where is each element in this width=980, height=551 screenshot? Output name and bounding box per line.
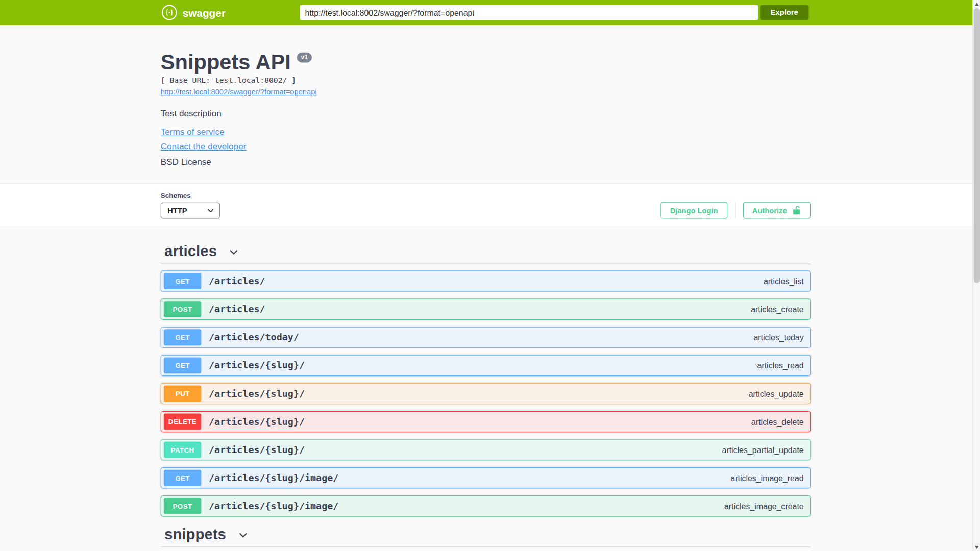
operation-articles_partial_update[interactable]: PATCH /articles/{slug}/ articles_partial… — [161, 439, 811, 461]
operation-articles_delete[interactable]: DELETE /articles/{slug}/ articles_delete — [161, 411, 811, 433]
terms-of-service-link[interactable]: Terms of service — [161, 127, 225, 137]
method-badge: GET — [164, 273, 201, 289]
license-text: BSD License — [161, 157, 811, 167]
chevron-down-icon — [208, 209, 214, 212]
method-badge: POST — [164, 498, 201, 514]
scrollbar-up-arrow[interactable] — [973, 0, 980, 8]
schemes-label: Schemes — [161, 192, 220, 199]
base-url: [ Base URL: test.local:8002/ ] — [161, 76, 811, 84]
spec-url-input[interactable] — [300, 5, 758, 20]
explore-button[interactable]: Explore — [760, 5, 809, 20]
operations-group: GET /articles/ articles_list POST /artic… — [161, 264, 811, 517]
operation-articles_image_create[interactable]: POST /articles/{slug}/image/ articles_im… — [161, 495, 811, 517]
brand-title: swagger — [183, 8, 226, 20]
method-badge: PATCH — [164, 442, 201, 458]
operations-list: articles GET /articles/ articles_list PO… — [161, 242, 811, 551]
operation-id: articles_update — [749, 389, 804, 398]
operations-group: GET /snippets/ snippets_list — [161, 547, 811, 551]
section-header-articles[interactable]: articles — [161, 242, 811, 264]
authorize-button[interactable]: Authorize — [743, 202, 811, 219]
method-badge: GET — [164, 329, 201, 345]
operation-id: articles_image_read — [730, 473, 803, 483]
operation-id: articles_list — [764, 277, 804, 286]
operation-path: /articles/{slug}/image/ — [209, 500, 338, 512]
contact-developer-link[interactable]: Contact the developer — [161, 141, 247, 152]
schemes-block: Schemes HTTP — [161, 192, 220, 219]
operation-path: /articles/{slug}/ — [209, 388, 305, 399]
operation-articles_read[interactable]: GET /articles/{slug}/ articles_read — [161, 355, 811, 377]
django-login-label: Django Login — [670, 206, 718, 214]
operation-articles_today[interactable]: GET /articles/today/ articles_today — [161, 327, 811, 348]
swagger-logo-icon — [161, 5, 178, 23]
chevron-down-icon[interactable] — [237, 530, 249, 541]
operation-id: articles_today — [753, 333, 803, 342]
api-section: articles GET /articles/ articles_list PO… — [161, 242, 811, 517]
scheme-select[interactable]: HTTP — [161, 203, 220, 219]
topbar: swagger Explore — [0, 0, 980, 25]
authorize-label: Authorize — [752, 206, 787, 214]
operation-path: /articles/{slug}/ — [209, 416, 305, 428]
operation-id: articles_create — [751, 305, 804, 314]
scheme-container: Schemes HTTP Django Login Authorize — [0, 183, 980, 226]
chevron-down-icon[interactable] — [228, 247, 239, 258]
operation-id: articles_read — [757, 361, 804, 370]
operation-path: /articles/{slug}/ — [209, 360, 305, 371]
divider — [735, 202, 736, 219]
api-title-text: Snippets API — [161, 51, 291, 72]
operation-id: articles_partial_update — [722, 445, 804, 454]
spec-link[interactable]: http://test.local:8002/swagger/?format=o… — [161, 87, 317, 96]
method-badge: DELETE — [164, 414, 201, 430]
section-title: articles — [164, 242, 217, 260]
operation-id: articles_delete — [751, 417, 804, 426]
operation-articles_update[interactable]: PUT /articles/{slug}/ articles_update — [161, 383, 811, 405]
operation-path: /articles/today/ — [209, 332, 299, 343]
version-badge: v1 — [297, 53, 311, 63]
operation-path: /articles/{slug}/ — [209, 444, 305, 456]
unlock-icon — [792, 206, 801, 215]
operation-articles_create[interactable]: POST /articles/ articles_create — [161, 298, 811, 320]
auth-wrapper: Django Login Authorize — [660, 202, 811, 219]
operation-path: /articles/ — [209, 276, 265, 287]
operations-area: articles GET /articles/ articles_list PO… — [0, 226, 980, 551]
django-login-button[interactable]: Django Login — [660, 202, 727, 219]
swagger-logo[interactable]: swagger — [161, 5, 226, 23]
operation-articles_list[interactable]: GET /articles/ articles_list — [161, 270, 811, 292]
scrollbar-down-arrow[interactable] — [973, 543, 980, 551]
section-header-snippets[interactable]: snippets — [161, 525, 811, 547]
method-badge: GET — [164, 470, 201, 486]
scheme-selected-value: HTTP — [167, 206, 187, 215]
section-title: snippets — [164, 525, 226, 543]
browser-viewport: swagger Explore Snippets API v1 [ Base U… — [0, 0, 980, 551]
api-section: snippets GET /snippets/ snippets_list — [161, 525, 811, 551]
method-badge: POST — [164, 301, 201, 317]
api-title: Snippets API v1 — [161, 51, 811, 72]
operation-articles_image_read[interactable]: GET /articles/{slug}/image/ articles_ima… — [161, 467, 811, 489]
api-description: Test description — [161, 108, 811, 118]
method-badge: PUT — [164, 386, 201, 402]
operation-id: articles_image_create — [724, 502, 804, 511]
vertical-scrollbar[interactable] — [972, 0, 980, 551]
scrollbar-thumb[interactable] — [974, 8, 980, 283]
method-badge: GET — [164, 357, 201, 373]
operation-path: /articles/ — [209, 304, 265, 315]
operation-path: /articles/{slug}/image/ — [209, 472, 338, 484]
info-section: Snippets API v1 [ Base URL: test.local:8… — [0, 25, 980, 183]
